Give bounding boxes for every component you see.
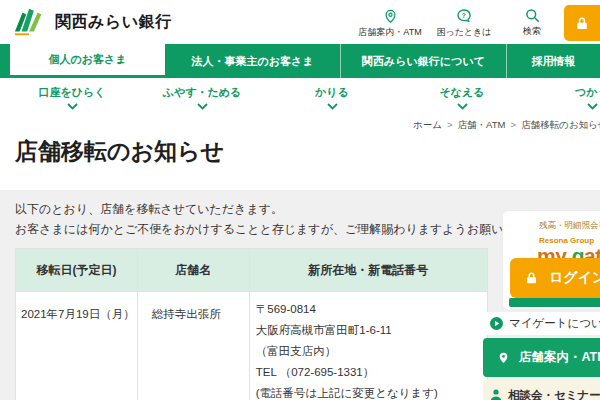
header-search-button[interactable]: 検索 [500, 5, 564, 39]
breadcrumb-current: 店舗移転のお知らせ [521, 119, 600, 130]
question-bubble-icon: ? [456, 8, 472, 24]
intro-line: 以下のとおり、店舗を移転させていただきます。 [15, 201, 283, 218]
bank-logo-icon [14, 7, 48, 37]
about-mygate-label: マイゲートについて [509, 316, 600, 331]
address-tel: TEL （072-695-1331） [256, 362, 487, 383]
seminar-label: 相談会・セミナー情報 [508, 388, 600, 400]
page-title: 店舗移転のお知らせ [15, 136, 224, 167]
header-utilities: 店舗案内・ATM ? 困ったときは 検索 [352, 5, 564, 39]
chevron-down-icon [197, 103, 208, 110]
subnav-open-account[interactable]: 口座をひらく [7, 78, 137, 112]
table-row: 2021年7月19日（月） 総持寺出張所 〒569-0814 大阪府高槻市富田町… [16, 292, 488, 400]
tab-recruit[interactable]: 採用情報 [507, 44, 600, 78]
table-header-branch: 店舗名 [137, 249, 249, 292]
table-header-address: 新所在地・新電話番号 [249, 249, 487, 292]
svg-text:?: ? [462, 12, 466, 19]
about-mygate-link[interactable]: マイゲートについて [483, 312, 600, 335]
chevron-down-icon [327, 103, 338, 110]
chevron-down-icon [587, 103, 598, 110]
tab-personal-label: 個人のお客さま [48, 52, 126, 67]
mygate-login-button[interactable]: ログイン [510, 258, 600, 298]
subnav-use[interactable]: つかう [527, 78, 600, 112]
tab-about-bank-label: 関西みらい銀行について [362, 54, 485, 69]
table-header-date: 移転日(予定日) [16, 249, 138, 292]
table-header-row: 移転日(予定日) 店舗名 新所在地・新電話番号 [16, 249, 488, 292]
header-branch-atm-label: 店舗案内・ATM [358, 26, 421, 39]
lock-icon [574, 15, 590, 32]
mygate-footer-bar [509, 298, 600, 307]
subnav-borrow-label: かりる [315, 85, 349, 100]
tab-corporate[interactable]: 法人・事業主のお客さま [165, 44, 341, 78]
subnav-save-invest[interactable]: ふやす・ためる [137, 78, 267, 112]
address-street: 大阪府高槻市富田町1-6-11 [256, 320, 487, 341]
map-pin-icon [383, 8, 398, 24]
main-nav: 個人のお客さま 法人・事業主のお客さま 関西みらい銀行について 採用情報 [0, 44, 600, 78]
subnav-save-invest-label: ふやす・ためる [163, 85, 242, 100]
branch-atm-button-label: 店舗案内・ATM [519, 349, 600, 366]
mygate-tagline: 残高・明細照会等なら [539, 220, 600, 232]
address-postal-code: 〒569-0814 [256, 299, 487, 320]
subnav-prepare[interactable]: そなえる [397, 78, 527, 112]
search-icon [525, 8, 540, 23]
address-tel-note: (電話番号は上記に変更となります) [256, 383, 487, 400]
circle-arrow-icon [490, 317, 503, 330]
breadcrumb-separator: > [510, 119, 516, 130]
top-header: 関西みらい銀行 店舗案内・ATM ? 困ったときは 検索 [0, 0, 600, 44]
bank-logo[interactable]: 関西みらい銀行 [14, 7, 172, 37]
seminar-link[interactable]: 相談会・セミナー情報 [483, 380, 600, 400]
main-content: 以下のとおり、店舗を移転させていただきます。 お客さまには何かとご不便をおかけす… [0, 190, 600, 400]
tab-corporate-label: 法人・事業主のお客さま [191, 54, 313, 69]
chevron-down-icon [67, 103, 78, 110]
header-search-label: 検索 [523, 25, 541, 38]
lock-icon [524, 270, 539, 286]
person-icon [490, 389, 502, 400]
cell-branch-name: 総持寺出張所 [137, 292, 249, 400]
page: 関西みらい銀行 店舗案内・ATM ? 困ったときは 検索 [0, 0, 600, 400]
map-pin-icon [497, 350, 510, 365]
breadcrumb-home[interactable]: ホーム [413, 119, 442, 130]
subnav-prepare-label: そなえる [439, 85, 484, 100]
subnav-open-account-label: 口座をひらく [38, 85, 105, 100]
tab-personal[interactable]: 個人のお客さま [10, 44, 165, 75]
branch-atm-button[interactable]: 店舗案内・ATM [483, 338, 600, 377]
header-branch-atm-link[interactable]: 店舗案内・ATM [352, 5, 428, 39]
mygate-login-label: ログイン [549, 269, 600, 287]
chevron-down-icon [457, 103, 468, 110]
breadcrumb-branch-atm[interactable]: 店舗・ATM [458, 119, 506, 130]
breadcrumb: ホーム>店舗・ATM>店舗移転のお知らせ [413, 119, 600, 132]
header-login-button[interactable] [564, 5, 600, 41]
header-help-label: 困ったときは [436, 26, 491, 39]
address-note: （富田支店内） [256, 341, 487, 362]
tab-recruit-label: 採用情報 [532, 54, 576, 69]
tab-about-bank[interactable]: 関西みらい銀行について [341, 44, 507, 78]
subnav-borrow[interactable]: かりる [267, 78, 397, 112]
header-help-link[interactable]: ? 困ったときは [428, 5, 500, 39]
cell-move-date: 2021年7月19日（月） [16, 292, 138, 400]
bank-name: 関西みらい銀行 [55, 12, 172, 33]
relocation-table: 移転日(予定日) 店舗名 新所在地・新電話番号 2021年7月19日（月） 総持… [15, 248, 488, 400]
nav-left-sliver [0, 44, 10, 78]
subnav-use-label: つかう [575, 85, 600, 100]
cell-new-address: 〒569-0814 大阪府高槻市富田町1-6-11 （富田支店内） TEL （0… [249, 292, 487, 400]
breadcrumb-separator: > [447, 119, 453, 130]
sub-nav: 口座をひらく ふやす・ためる かりる そなえる つかう [7, 78, 600, 112]
